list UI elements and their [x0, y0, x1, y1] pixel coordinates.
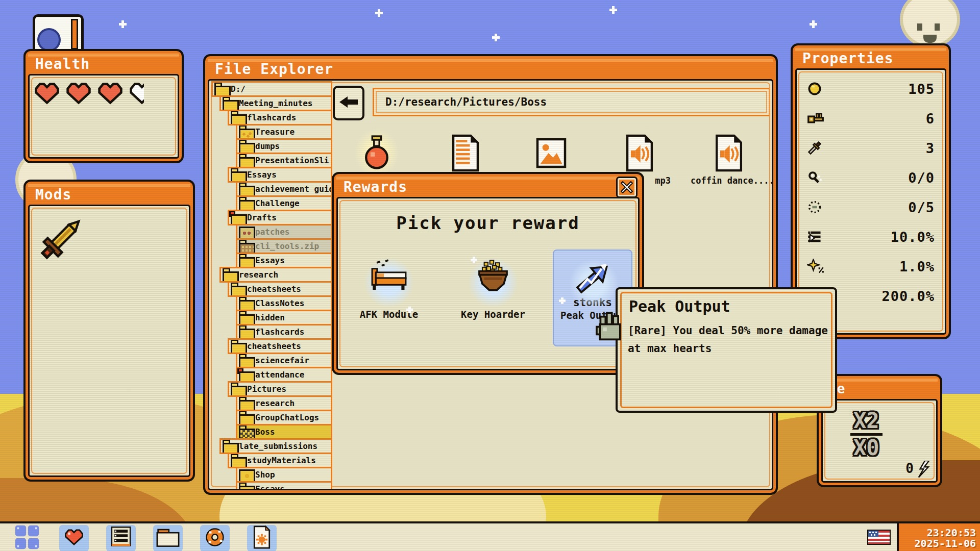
tree-item[interactable]: Shop — [236, 467, 332, 483]
sparkle — [471, 257, 477, 263]
tree-item-label: GroupChatLogs — [255, 413, 319, 422]
tree-item[interactable]: GroupChatLogs — [236, 410, 332, 425]
tree-item[interactable]: Treasure — [236, 124, 332, 140]
language-flag[interactable] — [863, 525, 895, 551]
tree-item-label: flashcards — [247, 113, 296, 122]
sword-mod-icon[interactable] — [35, 209, 91, 265]
tree-item[interactable]: hidden — [236, 310, 332, 325]
tooltip-body: [Rare] You deal 50% more damage at max h… — [628, 322, 828, 357]
tree-item[interactable]: sciencefair — [236, 353, 332, 368]
tree-item[interactable]: Drafts — [228, 210, 332, 226]
folder-icon — [214, 84, 228, 94]
taskbar-item-settings[interactable] — [247, 525, 277, 551]
health-title: Health — [35, 56, 90, 72]
folder-icon — [239, 412, 252, 423]
stat-value: 1.0% — [824, 259, 935, 274]
shop-file-icon — [239, 469, 252, 480]
tree-item-label: Essays — [255, 484, 285, 490]
drive-slot — [71, 19, 78, 49]
tree-item[interactable]: cli_tools.zip — [236, 238, 332, 254]
tree-item[interactable]: Pictures — [228, 381, 332, 397]
tree-item-label: Drafts — [247, 213, 277, 222]
stat-row-damage: 3 — [797, 133, 945, 163]
donut-icon — [203, 525, 227, 551]
tree-item[interactable]: studyMaterials — [228, 453, 332, 468]
tree-item[interactable]: PresentationSli — [236, 153, 332, 168]
tree-item[interactable]: D:/ — [211, 81, 332, 97]
game-screen: Health — [0, 0, 980, 551]
taskbar-item-donut[interactable] — [200, 525, 230, 551]
tree-item[interactable]: research — [219, 267, 332, 283]
cd-icon — [37, 28, 61, 52]
rewards-title: Rewards — [344, 179, 407, 195]
path-bar[interactable]: D:/research/Pictures/Boss — [373, 88, 770, 116]
document-file-icon — [448, 132, 483, 174]
target-icon — [807, 199, 824, 215]
rewards-heading: Pick your reward — [338, 213, 638, 233]
taskbar-item-list[interactable] — [106, 525, 136, 551]
exe-body: X2 X0 0 — [821, 399, 938, 483]
folder-icon — [239, 255, 252, 266]
properties-titlebar[interactable]: Properties — [795, 48, 946, 68]
tree-item[interactable]: Meeting_minutes — [219, 95, 332, 111]
exe-titlebar[interactable]: xe — [821, 379, 938, 399]
tree-item-label: late_submissions — [239, 441, 317, 451]
file-label: coffin dance.... — [691, 176, 767, 186]
health-window: Health — [23, 49, 184, 163]
tree-item[interactable]: flashcards — [228, 110, 332, 126]
folder-icon — [239, 184, 252, 194]
rewards-titlebar[interactable]: Rewards — [336, 177, 640, 197]
folder-icon — [239, 312, 252, 323]
reward-option-key-hoarder[interactable]: Key Hoarder — [453, 249, 533, 346]
mods-titlebar[interactable]: Mods — [28, 184, 190, 205]
reward-option-afk-module[interactable]: AFK Module — [349, 249, 429, 346]
tree-item[interactable]: research — [236, 395, 332, 411]
back-button[interactable] — [333, 86, 364, 120]
tree-item[interactable]: ClassNotes — [236, 295, 332, 311]
stat-row-search: 0/0 — [797, 163, 945, 192]
multiplier-counter: 0 — [905, 461, 914, 476]
tree-item[interactable]: attendance — [236, 367, 332, 383]
stat-row-list: 10.0% — [797, 222, 945, 252]
tree-item[interactable]: flashcards — [236, 324, 332, 340]
tree-item-label: Boss — [255, 427, 275, 437]
folder-icon — [239, 198, 252, 209]
taskbar-item-files[interactable] — [153, 525, 183, 551]
taskbar-clock: 23:20:53 2025-11-06 — [897, 523, 980, 551]
tree-item[interactable]: patches — [236, 224, 332, 240]
bed-icon — [369, 256, 409, 295]
taskbar-item-health[interactable] — [59, 525, 89, 551]
multiplier-top: X2 — [853, 410, 879, 432]
tree-item[interactable]: Challenge — [236, 195, 332, 211]
tree-item[interactable]: cheatsheets — [228, 281, 332, 297]
tree-item-label: patches — [255, 227, 289, 237]
explorer-title: File Explorer — [215, 61, 333, 78]
tree-item[interactable]: Boss — [236, 424, 332, 440]
tree-item[interactable]: achievement guid — [236, 181, 332, 197]
tree-item-label: Essays — [247, 170, 277, 180]
file-tree: D:/ Meeting_minutes flashcards T — [211, 83, 332, 490]
folder-icon — [231, 284, 244, 294]
clock-date: 2025-11-06 — [915, 538, 976, 549]
explorer-titlebar[interactable]: File Explorer — [208, 59, 773, 79]
tree-item-label: PresentationSli — [255, 156, 329, 165]
tree-item[interactable]: Essays — [236, 253, 332, 268]
clock-time: 23:20:53 — [927, 528, 976, 538]
taskbar-start-button[interactable] — [12, 525, 42, 551]
file-item-audio[interactable]: coffin dance.... — [691, 132, 767, 201]
multiplier-icon: X2 X0 — [853, 410, 879, 459]
tree-item[interactable]: dumps — [236, 138, 332, 154]
close-button[interactable] — [616, 177, 638, 198]
tree-item-label: ClassNotes — [255, 298, 304, 308]
tree-item[interactable]: Essays — [236, 481, 332, 490]
stat-value: 105 — [824, 81, 935, 97]
tree-item[interactable]: Essays — [228, 167, 332, 183]
tree-item[interactable]: cheatsheets — [228, 338, 332, 354]
tree-item-label: Meeting_minutes — [239, 98, 313, 108]
health-titlebar[interactable]: Health — [28, 54, 179, 74]
tree-item[interactable]: late_submissions — [219, 438, 332, 454]
sparkle — [406, 307, 413, 313]
heart-icon — [129, 82, 144, 105]
tree-item-label: attendance — [255, 370, 304, 380]
tree-item-label: cheatsheets — [247, 341, 301, 351]
